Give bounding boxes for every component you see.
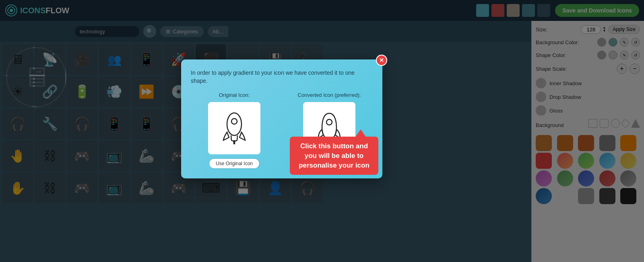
tooltip: Click this button and you will be able t… (290, 137, 378, 175)
svg-point-6 (326, 119, 332, 125)
converted-icon-label: Converted Icon (preferred): (298, 92, 361, 98)
modal-close-button[interactable]: ✕ (376, 55, 387, 66)
tooltip-text: Click this button and you will be able t… (299, 142, 369, 169)
original-rocket-icon (216, 110, 252, 146)
modal-title: In order to apply gradient to your icon … (191, 69, 373, 85)
original-icon-box (208, 102, 260, 154)
svg-point-3 (231, 119, 237, 124)
original-icon-label: Original Icon: (219, 92, 250, 98)
use-original-button[interactable]: Use Original Icon (209, 158, 260, 169)
original-icon-section: Original Icon: Use Original Icon (191, 92, 278, 169)
modal-overlay: ✕ In order to apply gradient to your ico… (0, 0, 644, 262)
